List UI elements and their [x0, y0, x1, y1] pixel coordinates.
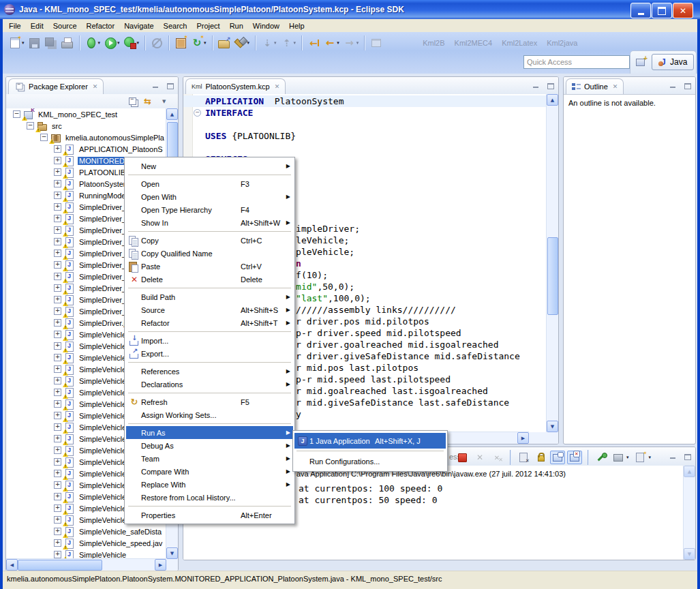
dropdown-arrow-icon[interactable]: ▾ [626, 455, 629, 460]
expander-icon[interactable]: + [54, 493, 61, 500]
show-stdout-icon[interactable] [550, 451, 565, 464]
context-menu-item-show-in[interactable]: Show InAlt+Shift+W▶ [126, 216, 293, 229]
close-icon[interactable]: ✕ [613, 83, 618, 90]
show-stderr-icon[interactable] [567, 451, 582, 464]
expander-icon[interactable]: + [54, 307, 61, 315]
scroll-lock-icon[interactable] [533, 451, 548, 464]
scroll-down-icon[interactable]: ▼ [684, 548, 695, 560]
expander-icon[interactable]: − [13, 110, 20, 118]
context-menu-item-references[interactable]: References▶ [126, 365, 293, 378]
expander-icon[interactable]: + [54, 250, 61, 257]
open-console-icon[interactable] [633, 451, 648, 464]
context-menu-item-export[interactable]: Export... [126, 347, 293, 360]
display-selected-console-icon[interactable] [611, 451, 626, 464]
open-folder-icon[interactable] [216, 35, 232, 51]
expander-icon[interactable]: + [54, 238, 61, 245]
expander-icon[interactable]: + [54, 412, 61, 419]
expander-icon[interactable]: + [54, 435, 61, 442]
expander-icon[interactable]: + [54, 447, 61, 454]
tree-item[interactable]: −KML_mono_SPEC_test [6, 108, 166, 120]
submenu-item-run-configurations[interactable]: Run Configurations... [294, 453, 446, 469]
close-icon[interactable]: ✕ [275, 83, 280, 90]
context-menu-item-refresh[interactable]: RefreshF5 [126, 395, 293, 408]
run-icon[interactable] [102, 35, 119, 51]
menu-file[interactable]: File [4, 20, 26, 31]
menu-navigate[interactable]: Navigate [119, 20, 158, 31]
scroll-up-icon[interactable]: ▲ [684, 466, 695, 477]
save-icon[interactable] [27, 35, 43, 51]
menu-window[interactable]: Window [248, 20, 284, 31]
prev-annotation-icon[interactable] [279, 35, 295, 51]
kml-button-kml2b[interactable]: Kml2B [423, 39, 444, 47]
expander-icon[interactable]: + [54, 504, 61, 512]
menu-project[interactable]: Project [192, 20, 224, 31]
vertical-scrollbar[interactable]: ▲ ▼ [683, 466, 695, 560]
scroll-right-icon[interactable]: ▶ [155, 559, 166, 571]
context-menu-item-open-type-hierarchy[interactable]: Open Type HierarchyF4 [126, 203, 293, 216]
java-perspective-button[interactable]: Java [652, 54, 694, 70]
maximize-view-icon[interactable] [166, 82, 174, 89]
close-icon[interactable]: ✕ [93, 83, 98, 90]
new-wizard-class-icon[interactable] [189, 35, 205, 51]
tree-item[interactable]: −src [6, 120, 166, 132]
clear-console-icon[interactable] [516, 451, 531, 464]
expander-icon[interactable]: + [54, 157, 61, 164]
context-menu-item-refactor[interactable]: RefactorAlt+Shift+T▶ [126, 316, 293, 329]
last-edit-location-icon[interactable] [305, 35, 322, 51]
view-menu-icon[interactable] [160, 96, 171, 107]
save-all-icon[interactable] [43, 35, 59, 51]
context-menu-item-debug-as[interactable]: Debug As▶ [126, 439, 293, 452]
minimize-view-icon[interactable] [669, 453, 677, 460]
tree-item[interactable]: −kmelia.autonomousSimplePla [6, 132, 166, 143]
expander-icon[interactable]: + [54, 145, 61, 153]
context-menu-item-properties[interactable]: PropertiesAlt+Enter [126, 509, 293, 522]
tree-item[interactable]: +SimpleVehicle_speed.jav [6, 537, 166, 549]
maximize-button[interactable] [652, 3, 672, 18]
editor-tab[interactable]: Kml PlatoonSystem.kcp ✕ [185, 78, 286, 94]
context-menu-item-source[interactable]: SourceAlt+Shift+S▶ [126, 303, 293, 316]
vertical-scrollbar[interactable]: ▲ ▼ [546, 94, 558, 432]
debug-icon[interactable] [83, 35, 100, 51]
link-with-editor-icon[interactable] [368, 35, 384, 51]
expander-icon[interactable]: + [54, 296, 61, 303]
horizontal-scrollbar[interactable]: ◀ ▶ [6, 558, 166, 571]
context-menu-item-paste[interactable]: PasteCtrl+V [126, 260, 293, 273]
scroll-left-icon[interactable]: ◀ [6, 559, 18, 571]
close-button[interactable] [673, 3, 693, 18]
menu-refactor[interactable]: Refactor [82, 20, 120, 31]
expander-icon[interactable]: + [54, 423, 61, 431]
package-explorer-tab[interactable]: Package Explorer ✕ [8, 78, 104, 94]
context-menu-item-team[interactable]: Team▶ [126, 452, 293, 465]
maximize-view-icon[interactable] [546, 82, 554, 89]
dropdown-arrow-icon[interactable]: ▾ [356, 40, 359, 46]
minimize-view-icon[interactable] [532, 82, 540, 89]
context-menu-item-copy[interactable]: CopyCtrl+C [126, 234, 293, 247]
context-menu-item-import[interactable]: Import... [126, 334, 293, 347]
scrollbar-thumb[interactable] [547, 237, 558, 315]
print-icon[interactable] [59, 35, 76, 51]
tree-item[interactable]: +SimpleVehicle_safeDista [6, 526, 166, 537]
forward-icon[interactable] [341, 35, 358, 51]
expander-icon[interactable]: + [54, 458, 61, 466]
menu-run[interactable]: Run [225, 20, 248, 31]
scroll-right-icon[interactable]: ▶ [517, 432, 529, 444]
context-menu-item-restore-from-local-history[interactable]: Restore from Local History... [126, 491, 293, 504]
kml-button-kml2java[interactable]: Kml2java [547, 39, 577, 47]
expander-icon[interactable]: + [54, 319, 61, 327]
minimize-view-icon[interactable] [669, 82, 677, 89]
dropdown-arrow-icon[interactable]: ▾ [648, 455, 651, 460]
expander-icon[interactable]: + [54, 400, 61, 408]
remove-all-terminated-icon[interactable] [489, 451, 504, 464]
menu-source[interactable]: Source [48, 20, 82, 31]
expander-icon[interactable]: + [54, 365, 61, 373]
expander-icon[interactable]: + [54, 331, 61, 338]
expander-icon[interactable]: + [54, 203, 61, 211]
expander-icon[interactable]: + [54, 261, 61, 269]
expander-icon[interactable]: + [54, 192, 61, 199]
expander-icon[interactable]: + [54, 516, 61, 524]
menu-search[interactable]: Search [159, 20, 192, 31]
expander-icon[interactable]: − [40, 134, 48, 141]
context-menu-item-declarations[interactable]: Declarations▶ [126, 378, 293, 391]
expander-icon[interactable]: + [54, 273, 61, 280]
scroll-down-icon[interactable]: ▼ [166, 547, 178, 559]
